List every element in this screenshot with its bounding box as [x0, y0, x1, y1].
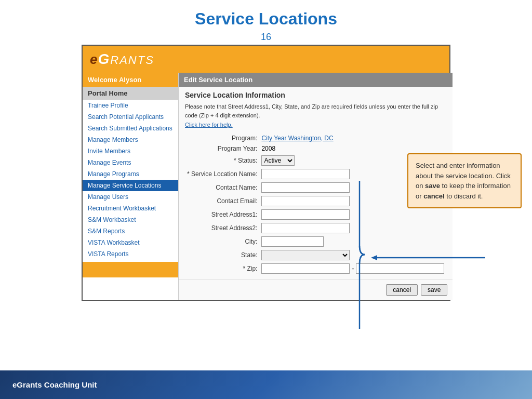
section-title: Service Location Information [185, 91, 446, 99]
contact-name-label: Contact Name: [185, 181, 259, 194]
sidebar-bottom-decoration [83, 262, 178, 277]
footer-label: eGrants Coaching Unit [12, 380, 97, 389]
sidebar-item-manage-programs[interactable]: Manage Programs [83, 168, 178, 180]
help-link[interactable]: Click here for help. [185, 122, 446, 128]
egrants-header: eGRANTS [83, 46, 449, 73]
city-cell [259, 235, 446, 248]
sidebar-item-invite-members[interactable]: Invite Members [83, 145, 178, 157]
sidebar-item-manage-events[interactable]: Manage Events [83, 157, 178, 168]
sidebar-item-sm-reports[interactable]: S&M Reports [83, 225, 178, 237]
sidebar-item-manage-service-locations[interactable]: Manage Service Locations [83, 180, 178, 191]
program-year-label: Program Year: [185, 143, 259, 154]
tooltip-save-word: save [425, 182, 440, 190]
page-title: Service Locations [0, 9, 532, 29]
zip-main-input[interactable] [261, 263, 350, 274]
sidebar-item-sm-workbasket[interactable]: S&M Workbasket [83, 214, 178, 225]
svg-marker-1 [371, 255, 377, 260]
form-row-zip: * Zip: - [185, 262, 446, 275]
city-label: City: [185, 235, 259, 248]
egrants-brand: eGRANTS [90, 51, 154, 67]
state-label: State: [185, 248, 259, 262]
sidebar-item-search-submitted[interactable]: Search Submitted Applications [83, 123, 178, 134]
street-address2-label: Street Address2: [185, 221, 259, 235]
content-header: Edit Service Location [179, 73, 453, 87]
contact-name-input[interactable] [261, 182, 350, 193]
sidebar-welcome: Welcome Alyson [83, 73, 178, 87]
contact-email-label: Contact Email: [185, 194, 259, 208]
form-row-street2: Street Address2: [185, 221, 446, 235]
program-link[interactable]: City Year Washington, DC [261, 135, 333, 142]
app-body: Welcome Alyson Portal Home Trainee Profi… [83, 73, 449, 300]
service-location-name-label: * Service Location Name: [185, 167, 259, 181]
street-address1-cell [259, 208, 446, 221]
zip-separator: - [352, 265, 354, 272]
service-location-name-input[interactable] [261, 169, 350, 179]
form-row-street1: Street Address1: [185, 208, 446, 221]
form-row-program-year: Program Year: 2008 [185, 143, 446, 154]
zip-cell: - [259, 262, 446, 275]
zip-inputs: - [261, 263, 444, 274]
sidebar-portal-home: Portal Home [83, 87, 178, 100]
city-input[interactable] [261, 236, 324, 247]
bottom-bar: eGrants Coaching Unit [0, 370, 532, 399]
cancel-button[interactable]: cancel [386, 284, 418, 296]
sidebar-item-recruitment-workbasket[interactable]: Recruitment Workbasket [83, 203, 178, 214]
sidebar: Welcome Alyson Portal Home Trainee Profi… [83, 73, 179, 300]
buttons-row: cancel save [179, 280, 453, 300]
street-address1-input[interactable] [261, 209, 350, 220]
street-address2-input[interactable] [261, 223, 350, 233]
street-address2-cell [259, 221, 446, 235]
zip-label: * Zip: [185, 262, 259, 275]
sidebar-item-manage-users[interactable]: Manage Users [83, 191, 178, 203]
contact-email-input[interactable] [261, 196, 350, 206]
tooltip-text-after-cancel: to discard it. [445, 192, 483, 200]
main-frame: eGRANTS Welcome Alyson Portal Home Train… [82, 45, 450, 301]
sidebar-item-vista-reports[interactable]: VISTA Reports [83, 248, 178, 260]
state-select[interactable] [261, 250, 350, 260]
sidebar-item-vista-workbasket[interactable]: VISTA Workbasket [83, 237, 178, 248]
sidebar-item-manage-members[interactable]: Manage Members [83, 134, 178, 145]
title-area: Service Locations 16 [0, 0, 532, 45]
sidebar-item-trainee-profile[interactable]: Trainee Profile [83, 100, 178, 111]
sidebar-item-search-potential[interactable]: Search Potential Applicants [83, 111, 178, 123]
info-text: Please note that Street Address1, City, … [185, 102, 446, 119]
arrow-svg [371, 254, 485, 262]
brace-svg [357, 181, 372, 329]
program-value-cell: City Year Washington, DC [259, 133, 446, 143]
slide-number: 16 [0, 32, 532, 43]
form-row-city: City: [185, 235, 446, 248]
tooltip-box: Select and enter information about the s… [407, 153, 522, 208]
status-label: * Status: [185, 154, 259, 167]
tooltip-cancel-word: cancel [423, 192, 444, 200]
street-address1-label: Street Address1: [185, 208, 259, 221]
status-select[interactable]: Active Inactive [261, 155, 295, 166]
program-year-value: 2008 [259, 143, 446, 154]
form-row-program: Program: City Year Washington, DC [185, 133, 446, 143]
save-button[interactable]: save [421, 284, 447, 296]
program-label: Program: [185, 133, 259, 143]
